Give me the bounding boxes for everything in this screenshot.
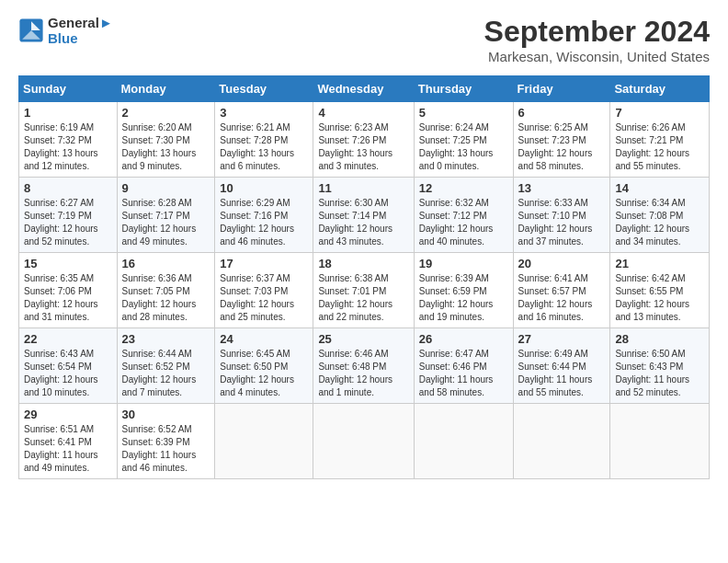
- page-header: General► Blue September 2024 Markesan, W…: [18, 15, 710, 64]
- day-number: 7: [615, 106, 704, 120]
- day-number: 12: [419, 181, 508, 195]
- day-number: 23: [122, 332, 210, 346]
- day-number: 24: [220, 332, 308, 346]
- day-info: Sunrise: 6:37 AM Sunset: 7:03 PM Dayligh…: [220, 272, 308, 324]
- calendar-cell: 16Sunrise: 6:36 AM Sunset: 7:05 PM Dayli…: [117, 253, 215, 328]
- calendar-week-row: 29Sunrise: 6:51 AM Sunset: 6:41 PM Dayli…: [19, 404, 710, 479]
- calendar-cell: 3Sunrise: 6:21 AM Sunset: 7:28 PM Daylig…: [215, 102, 313, 178]
- day-number: 3: [220, 106, 308, 120]
- calendar-cell: [313, 404, 414, 479]
- day-info: Sunrise: 6:45 AM Sunset: 6:50 PM Dayligh…: [220, 348, 308, 399]
- weekday-header-saturday: Saturday: [610, 76, 710, 102]
- calendar-cell: 28Sunrise: 6:50 AM Sunset: 6:43 PM Dayli…: [610, 328, 710, 404]
- day-info: Sunrise: 6:38 AM Sunset: 7:01 PM Dayligh…: [318, 272, 408, 324]
- calendar-cell: 23Sunrise: 6:44 AM Sunset: 6:52 PM Dayli…: [117, 328, 215, 404]
- calendar-cell: 19Sunrise: 6:39 AM Sunset: 6:59 PM Dayli…: [414, 253, 513, 328]
- day-number: 14: [615, 181, 704, 195]
- calendar-cell: 2Sunrise: 6:20 AM Sunset: 7:30 PM Daylig…: [117, 102, 215, 178]
- weekday-header-monday: Monday: [117, 76, 215, 102]
- weekday-header-row: SundayMondayTuesdayWednesdayThursdayFrid…: [19, 76, 710, 102]
- calendar-cell: 11Sunrise: 6:30 AM Sunset: 7:14 PM Dayli…: [313, 178, 414, 253]
- calendar-cell: 5Sunrise: 6:24 AM Sunset: 7:25 PM Daylig…: [414, 102, 513, 178]
- calendar-cell: 17Sunrise: 6:37 AM Sunset: 7:03 PM Dayli…: [215, 253, 313, 328]
- day-info: Sunrise: 6:51 AM Sunset: 6:41 PM Dayligh…: [24, 423, 112, 475]
- calendar-cell: [610, 404, 710, 479]
- calendar-week-row: 15Sunrise: 6:35 AM Sunset: 7:06 PM Dayli…: [19, 253, 710, 328]
- day-number: 18: [318, 257, 408, 270]
- day-info: Sunrise: 6:30 AM Sunset: 7:14 PM Dayligh…: [318, 197, 408, 248]
- calendar-cell: [414, 404, 513, 479]
- day-info: Sunrise: 6:43 AM Sunset: 6:54 PM Dayligh…: [24, 348, 112, 399]
- day-info: Sunrise: 6:29 AM Sunset: 7:16 PM Dayligh…: [220, 197, 308, 248]
- calendar-cell: 9Sunrise: 6:28 AM Sunset: 7:17 PM Daylig…: [117, 178, 215, 253]
- calendar-cell: [215, 404, 313, 479]
- calendar-cell: 4Sunrise: 6:23 AM Sunset: 7:26 PM Daylig…: [313, 102, 414, 178]
- day-info: Sunrise: 6:23 AM Sunset: 7:26 PM Dayligh…: [318, 121, 408, 173]
- calendar-cell: 30Sunrise: 6:52 AM Sunset: 6:39 PM Dayli…: [117, 404, 215, 479]
- calendar-cell: 12Sunrise: 6:32 AM Sunset: 7:12 PM Dayli…: [414, 178, 513, 253]
- day-info: Sunrise: 6:44 AM Sunset: 6:52 PM Dayligh…: [122, 348, 210, 399]
- calendar-week-row: 1Sunrise: 6:19 AM Sunset: 7:32 PM Daylig…: [19, 102, 710, 178]
- day-number: 28: [615, 332, 704, 346]
- month-title: September 2024: [484, 15, 710, 49]
- weekday-header-sunday: Sunday: [19, 76, 118, 102]
- day-info: Sunrise: 6:32 AM Sunset: 7:12 PM Dayligh…: [419, 197, 508, 248]
- day-number: 27: [518, 332, 606, 346]
- day-number: 6: [518, 106, 606, 120]
- day-number: 11: [318, 181, 408, 195]
- day-info: Sunrise: 6:52 AM Sunset: 6:39 PM Dayligh…: [122, 423, 210, 475]
- day-info: Sunrise: 6:49 AM Sunset: 6:44 PM Dayligh…: [518, 348, 606, 399]
- calendar-week-row: 8Sunrise: 6:27 AM Sunset: 7:19 PM Daylig…: [19, 178, 710, 253]
- calendar-week-row: 22Sunrise: 6:43 AM Sunset: 6:54 PM Dayli…: [19, 328, 710, 404]
- weekday-header-tuesday: Tuesday: [215, 76, 313, 102]
- calendar-cell: 20Sunrise: 6:41 AM Sunset: 6:57 PM Dayli…: [513, 253, 610, 328]
- calendar-cell: 10Sunrise: 6:29 AM Sunset: 7:16 PM Dayli…: [215, 178, 313, 253]
- title-block: September 2024 Markesan, Wisconsin, Unit…: [484, 15, 710, 64]
- logo: General► Blue: [18, 15, 113, 47]
- day-info: Sunrise: 6:35 AM Sunset: 7:06 PM Dayligh…: [24, 272, 112, 324]
- day-info: Sunrise: 6:42 AM Sunset: 6:55 PM Dayligh…: [615, 272, 704, 324]
- calendar-cell: 24Sunrise: 6:45 AM Sunset: 6:50 PM Dayli…: [215, 328, 313, 404]
- weekday-header-friday: Friday: [513, 76, 610, 102]
- weekday-header-wednesday: Wednesday: [313, 76, 414, 102]
- day-number: 29: [24, 408, 112, 421]
- day-number: 17: [220, 257, 308, 270]
- day-info: Sunrise: 6:25 AM Sunset: 7:23 PM Dayligh…: [518, 121, 606, 173]
- calendar-cell: 14Sunrise: 6:34 AM Sunset: 7:08 PM Dayli…: [610, 178, 710, 253]
- calendar-cell: 6Sunrise: 6:25 AM Sunset: 7:23 PM Daylig…: [513, 102, 610, 178]
- calendar-cell: 25Sunrise: 6:46 AM Sunset: 6:48 PM Dayli…: [313, 328, 414, 404]
- day-info: Sunrise: 6:34 AM Sunset: 7:08 PM Dayligh…: [615, 197, 704, 248]
- day-number: 15: [24, 257, 112, 270]
- day-info: Sunrise: 6:20 AM Sunset: 7:30 PM Dayligh…: [122, 121, 210, 173]
- day-info: Sunrise: 6:50 AM Sunset: 6:43 PM Dayligh…: [615, 348, 704, 399]
- day-number: 5: [419, 106, 508, 120]
- calendar-cell: 21Sunrise: 6:42 AM Sunset: 6:55 PM Dayli…: [610, 253, 710, 328]
- day-number: 1: [24, 106, 112, 120]
- day-info: Sunrise: 6:26 AM Sunset: 7:21 PM Dayligh…: [615, 121, 704, 173]
- calendar-cell: 27Sunrise: 6:49 AM Sunset: 6:44 PM Dayli…: [513, 328, 610, 404]
- day-number: 9: [122, 181, 210, 195]
- weekday-header-thursday: Thursday: [414, 76, 513, 102]
- day-info: Sunrise: 6:46 AM Sunset: 6:48 PM Dayligh…: [318, 348, 408, 399]
- day-info: Sunrise: 6:36 AM Sunset: 7:05 PM Dayligh…: [122, 272, 210, 324]
- day-number: 22: [24, 332, 112, 346]
- calendar-cell: 18Sunrise: 6:38 AM Sunset: 7:01 PM Dayli…: [313, 253, 414, 328]
- day-number: 20: [518, 257, 606, 270]
- calendar-cell: 15Sunrise: 6:35 AM Sunset: 7:06 PM Dayli…: [19, 253, 118, 328]
- calendar-cell: 13Sunrise: 6:33 AM Sunset: 7:10 PM Dayli…: [513, 178, 610, 253]
- day-number: 4: [318, 106, 408, 120]
- day-number: 30: [122, 408, 210, 421]
- day-number: 8: [24, 181, 112, 195]
- day-number: 2: [122, 106, 210, 120]
- calendar-cell: 7Sunrise: 6:26 AM Sunset: 7:21 PM Daylig…: [610, 102, 710, 178]
- day-info: Sunrise: 6:21 AM Sunset: 7:28 PM Dayligh…: [220, 121, 308, 173]
- day-number: 10: [220, 181, 308, 195]
- day-number: 13: [518, 181, 606, 195]
- calendar-cell: [513, 404, 610, 479]
- calendar-cell: 22Sunrise: 6:43 AM Sunset: 6:54 PM Dayli…: [19, 328, 118, 404]
- day-info: Sunrise: 6:27 AM Sunset: 7:19 PM Dayligh…: [24, 197, 112, 248]
- calendar-cell: 29Sunrise: 6:51 AM Sunset: 6:41 PM Dayli…: [19, 404, 118, 479]
- day-info: Sunrise: 6:47 AM Sunset: 6:46 PM Dayligh…: [419, 348, 508, 399]
- location-title: Markesan, Wisconsin, United States: [484, 49, 710, 64]
- day-number: 16: [122, 257, 210, 270]
